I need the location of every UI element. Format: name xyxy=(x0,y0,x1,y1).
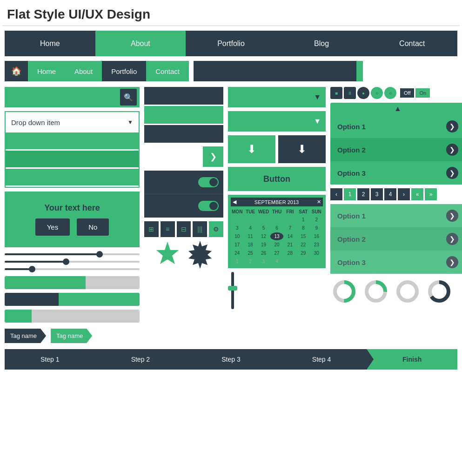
cal-day[interactable]: 17 xyxy=(231,241,243,249)
green-dropdown-1[interactable]: ▼ xyxy=(228,87,326,107)
cal-day[interactable]: 24 xyxy=(231,249,243,257)
download-button-2[interactable]: ⬇ xyxy=(278,135,326,163)
cal-day[interactable]: 11 xyxy=(244,232,256,240)
cal-day[interactable] xyxy=(297,258,309,265)
cal-day[interactable]: 3 xyxy=(257,258,270,265)
green-dropdown-2[interactable]: ▼ xyxy=(228,111,326,132)
cal-day[interactable] xyxy=(231,216,243,224)
pagination-page-4[interactable]: 4 xyxy=(384,188,396,200)
pagination-prev2-button[interactable]: « xyxy=(411,188,423,200)
media-play-button[interactable]: ○ xyxy=(371,87,383,99)
pagination-next-button[interactable]: › xyxy=(398,188,410,200)
cal-day[interactable]: 2 xyxy=(310,216,323,224)
nav2-home-icon[interactable]: 🏠 xyxy=(5,61,28,81)
media-pause-button[interactable]: ⏸ xyxy=(344,87,356,99)
step-4[interactable]: Step 4 xyxy=(276,349,367,370)
on-button[interactable]: On xyxy=(415,88,430,98)
list-item[interactable] xyxy=(6,132,139,149)
nav2-home[interactable]: Home xyxy=(28,61,65,81)
media-stop-button[interactable]: ■ xyxy=(330,87,342,99)
media-record-button[interactable]: ● xyxy=(357,87,369,99)
calendar-close-icon[interactable]: ✕ xyxy=(317,199,321,205)
cal-day[interactable]: 19 xyxy=(257,241,270,249)
no-button[interactable]: No xyxy=(77,218,109,236)
cal-day[interactable]: 29 xyxy=(297,249,309,257)
step-3[interactable]: Step 3 xyxy=(186,349,276,370)
view-columns-button[interactable]: ⊟ xyxy=(177,221,191,237)
pagination-prev-button[interactable]: ‹ xyxy=(330,188,342,200)
pagination-page-3[interactable]: 3 xyxy=(371,188,383,200)
step-1[interactable]: Step 1 xyxy=(5,349,95,370)
nav2-search-input[interactable] xyxy=(197,67,353,75)
cal-day[interactable]: 6 xyxy=(270,224,283,232)
cal-day[interactable]: 15 xyxy=(297,232,309,240)
nav1-contact[interactable]: Contact xyxy=(367,31,457,56)
search-input[interactable] xyxy=(7,90,118,105)
gear-button[interactable]: ⚙ xyxy=(209,221,223,237)
cal-day[interactable]: 27 xyxy=(270,249,283,257)
dropdown-header[interactable]: Drop down item ▼ xyxy=(6,112,139,132)
view-list-button[interactable]: ≡ xyxy=(161,221,175,237)
search-button[interactable]: 🔍 xyxy=(120,89,137,106)
cal-day[interactable]: 23 xyxy=(310,241,323,249)
cal-day[interactable] xyxy=(244,216,256,224)
list-item[interactable] xyxy=(6,169,139,185)
off-button[interactable]: Off xyxy=(400,88,414,98)
option-item-2[interactable]: Option 2 ❯ xyxy=(330,138,462,161)
slider-thumb-2[interactable] xyxy=(63,258,69,265)
pagination-next2-button[interactable]: » xyxy=(425,188,437,200)
cal-day[interactable]: 18 xyxy=(244,241,256,249)
cal-day[interactable]: 22 xyxy=(297,241,309,249)
cal-day[interactable]: 16 xyxy=(310,232,323,240)
option2-item-3[interactable]: Option 3 ❯ xyxy=(330,251,462,274)
option-item-3[interactable]: Option 3 ❯ xyxy=(330,161,462,185)
view-barcode-button[interactable]: ||| xyxy=(193,221,207,237)
nav2-contact[interactable]: Contact xyxy=(146,61,189,81)
tag-dark[interactable]: Tag name xyxy=(5,329,46,343)
cal-day[interactable]: 7 xyxy=(284,224,296,232)
cal-day[interactable]: 3 xyxy=(231,224,243,232)
view-grid-button[interactable]: ⊞ xyxy=(144,221,159,237)
cal-day[interactable] xyxy=(310,258,323,265)
cal-day[interactable]: 14 xyxy=(284,232,296,240)
cal-day[interactable]: 25 xyxy=(244,249,256,257)
cal-day[interactable] xyxy=(270,216,283,224)
cal-day[interactable]: 2 xyxy=(244,258,256,265)
nav1-blog[interactable]: Blog xyxy=(276,31,367,56)
toggle-switch-2[interactable] xyxy=(198,201,219,211)
nav2-portfolio[interactable]: Portfolio xyxy=(102,61,146,81)
list-item[interactable] xyxy=(144,87,223,105)
cal-day[interactable]: 10 xyxy=(231,232,243,240)
pagination-page-2[interactable]: 2 xyxy=(357,188,369,200)
nav1-about[interactable]: About xyxy=(95,31,186,56)
toggle-switch-1[interactable] xyxy=(198,177,219,187)
cal-day[interactable]: 12 xyxy=(257,232,270,240)
cal-day[interactable]: 28 xyxy=(284,249,296,257)
cal-day-today[interactable]: 13 xyxy=(270,232,283,240)
v-slider-thumb[interactable] xyxy=(228,286,237,291)
nav2-about[interactable]: About xyxy=(65,61,102,81)
cal-day[interactable]: 9 xyxy=(310,224,323,232)
tag-green[interactable]: Tag name xyxy=(51,329,92,343)
option2-item-1[interactable]: Option 1 ❯ xyxy=(330,204,462,227)
slider-thumb-3[interactable] xyxy=(29,266,35,272)
list-item[interactable] xyxy=(6,151,139,167)
cal-day[interactable]: 26 xyxy=(257,249,270,257)
cal-day[interactable]: 20 xyxy=(270,241,283,249)
next-button[interactable]: ❯ xyxy=(203,146,223,167)
cal-day[interactable]: 1 xyxy=(231,258,243,265)
cal-day[interactable] xyxy=(284,216,296,224)
cal-day[interactable]: 4 xyxy=(244,224,256,232)
slider-thumb-1[interactable] xyxy=(96,251,103,258)
step-finish[interactable]: Finish xyxy=(367,349,457,370)
step-2[interactable]: Step 2 xyxy=(95,349,186,370)
cal-day[interactable]: 1 xyxy=(297,216,309,224)
download-button-1[interactable]: ⬇ xyxy=(228,135,275,163)
cal-day[interactable]: 30 xyxy=(310,249,323,257)
option-item-1[interactable]: Option 1 ❯ xyxy=(330,115,462,138)
cal-day[interactable]: 21 xyxy=(284,241,296,249)
cal-day[interactable] xyxy=(284,258,296,265)
cal-day[interactable]: 5 xyxy=(257,224,270,232)
nav1-portfolio[interactable]: Portfolio xyxy=(186,31,276,56)
cal-day[interactable]: 8 xyxy=(297,224,309,232)
